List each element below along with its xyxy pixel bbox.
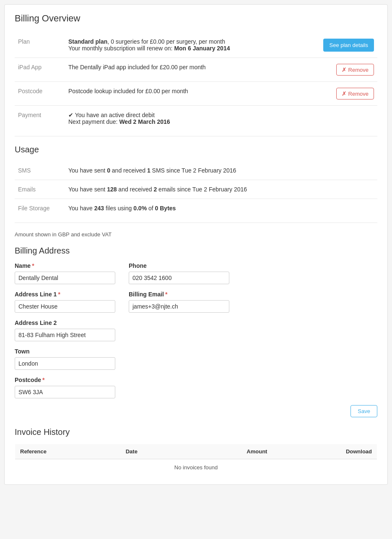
plan-content: Standard plan, 0 surgeries for £0.00 per… (65, 32, 298, 58)
page-title: Billing Overview (15, 13, 377, 24)
name-label: Name* (15, 262, 115, 269)
postcode-row: Postcode Postcode lookup included for £0… (15, 82, 377, 106)
ipad-row: iPad App The Dentally iPad app included … (15, 58, 377, 82)
col-download: Download (272, 444, 377, 459)
address1-label: Address Line 1* (15, 291, 115, 298)
postcode-content: Postcode lookup included for £0.00 per m… (65, 82, 298, 106)
name-input[interactable] (15, 272, 115, 284)
payment-action (298, 106, 377, 131)
payment-next-text: Next payment due: (68, 118, 119, 125)
emails-content: You have sent 128 and received 2 emails … (65, 180, 377, 199)
billing-email-group: Billing Email* (129, 291, 229, 313)
invoice-table: Reference Date Amount Download No invoic… (15, 444, 377, 476)
ipad-label: iPad App (15, 58, 65, 82)
sms-middle: and received (110, 167, 147, 174)
sms-row: SMS You have sent 0 and received 1 SMS s… (15, 161, 377, 180)
town-input[interactable] (15, 357, 115, 370)
files-percent: 0.0% (133, 205, 147, 212)
postcode-row: Postcode* (15, 377, 377, 398)
postcode-action: ✗ Remove (298, 82, 377, 106)
divider-1 (15, 136, 377, 136)
ipad-action: ✗ Remove (298, 58, 377, 82)
sms-received: 1 (147, 167, 151, 174)
name-phone-row: Name* Phone (15, 262, 377, 284)
invoice-table-body: No invoices found (15, 459, 377, 476)
save-button[interactable]: Save (350, 405, 377, 417)
sms-label: SMS (15, 161, 65, 180)
emails-prefix: You have sent (68, 186, 107, 193)
plan-label: Plan (15, 32, 65, 58)
col-amount: Amount (184, 444, 272, 459)
address2-group: Address Line 2 (15, 319, 115, 341)
usage-table: SMS You have sent 0 and received 1 SMS s… (15, 161, 377, 217)
postcode-remove-button[interactable]: ✗ Remove (336, 88, 374, 99)
filestorage-row: File Storage You have 243 files using 0.… (15, 199, 377, 218)
billing-address-title: Billing Address (15, 246, 377, 256)
payment-due-date: Wed 2 March 2016 (119, 118, 170, 125)
phone-label: Phone (129, 262, 229, 269)
sms-since: Tue 2 February 2016 (182, 167, 236, 174)
billing-address-section: Billing Address Name* Phone Address Line… (15, 246, 377, 417)
emails-suffix: emails since (157, 186, 192, 193)
divider-2 (15, 222, 377, 223)
files-prefix: You have (68, 205, 94, 212)
vat-note: Amount shown in GBP and exclude VAT (15, 231, 377, 238)
plan-renewal-date: Mon 6 January 2014 (174, 45, 230, 52)
town-group: Town (15, 348, 115, 370)
billing-email-input[interactable] (129, 300, 229, 313)
col-reference: Reference (15, 444, 121, 459)
plan-action: See plan details (298, 32, 377, 58)
phone-group: Phone (129, 262, 229, 284)
address2-row: Address Line 2 (15, 319, 377, 341)
payment-description: You have an active direct debit (75, 112, 155, 118)
name-group: Name* (15, 262, 115, 284)
address1-group: Address Line 1* (15, 291, 115, 313)
files-count: 243 (94, 205, 104, 212)
remove-circle-icon: ✗ (342, 66, 347, 73)
files-middle1: files using (104, 205, 133, 212)
town-row: Town (15, 348, 377, 370)
no-invoices-row: No invoices found (15, 459, 377, 476)
billing-overview-table: Plan Standard plan, 0 surgeries for £0.0… (15, 32, 377, 131)
postcode-input[interactable] (15, 386, 115, 398)
filestorage-content: You have 243 files using 0.0% of 0 Bytes (65, 199, 377, 218)
emails-since: Tue 2 February 2016 (192, 186, 247, 193)
emails-sent: 128 (107, 186, 117, 193)
col-date: Date (121, 444, 184, 459)
emails-label: Emails (15, 180, 65, 199)
town-label: Town (15, 348, 115, 355)
emails-middle: and received (117, 186, 153, 193)
payment-content: ✔ You have an active direct debit Next p… (65, 106, 298, 131)
invoice-table-head: Reference Date Amount Download (15, 444, 377, 459)
usage-title: Usage (15, 145, 377, 154)
address2-label: Address Line 2 (15, 319, 115, 326)
postcode-required: * (42, 377, 44, 383)
files-middle2: of (147, 205, 155, 212)
address1-input[interactable] (15, 300, 115, 313)
phone-input[interactable] (129, 272, 229, 284)
invoice-history-title: Invoice History (15, 427, 377, 437)
save-row: Save (15, 405, 377, 417)
sms-content: You have sent 0 and received 1 SMS since… (65, 161, 377, 180)
payment-row: Payment ✔ You have an active direct debi… (15, 106, 377, 131)
filestorage-label: File Storage (15, 199, 65, 218)
ipad-content: The Dentally iPad app included for £20.0… (65, 58, 298, 82)
remove-circle-icon-2: ✗ (342, 90, 347, 97)
plan-description: , 0 surgeries for £0.00 per surgery, per… (107, 38, 225, 45)
see-plan-details-button[interactable]: See plan details (323, 39, 374, 52)
postcode-field-label: Postcode* (15, 377, 115, 383)
emails-row: Emails You have sent 128 and received 2 … (15, 180, 377, 199)
no-invoices-message: No invoices found (15, 459, 377, 476)
main-container: Billing Overview Plan Standard plan, 0 s… (4, 4, 388, 485)
postcode-group: Postcode* (15, 377, 115, 398)
plan-name: Standard plan (68, 38, 107, 45)
checkmark-icon: ✔ (68, 112, 73, 118)
sms-sent: 0 (107, 167, 110, 174)
postcode-remove-label: Remove (348, 91, 369, 97)
ipad-remove-button[interactable]: ✗ Remove (336, 64, 374, 76)
ipad-remove-label: Remove (348, 67, 369, 73)
address2-input[interactable] (15, 329, 115, 341)
files-bytes: 0 Bytes (155, 205, 176, 212)
postcode-label: Postcode (15, 82, 65, 106)
address1-required: * (58, 291, 60, 298)
